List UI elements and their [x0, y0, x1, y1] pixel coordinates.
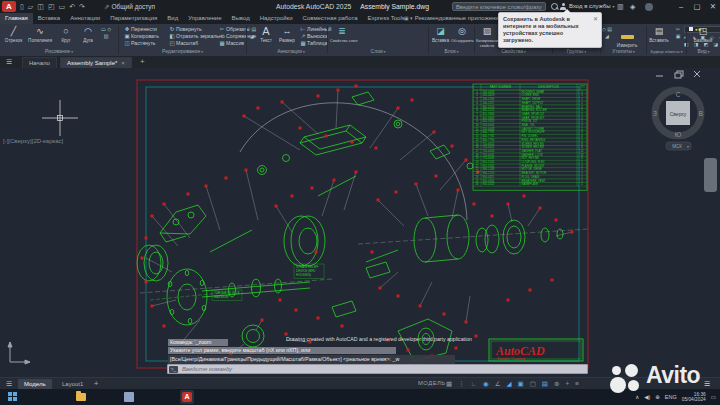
leader-button[interactable]: ↗Выноска — [299, 33, 328, 40]
community-icon[interactable]: ◈ — [630, 0, 635, 13]
measure-button[interactable]: Измерить — [613, 25, 641, 48]
text-button[interactable]: A Текст — [256, 25, 276, 48]
qat-icon[interactable]: ↷ — [79, 0, 85, 13]
insert-block-button[interactable]: ◪ Вставка — [430, 25, 451, 48]
autocad-taskbar-icon[interactable]: A — [180, 390, 194, 404]
ucs-label[interactable]: МСК — [672, 144, 682, 149]
command-icon[interactable]: >_ — [169, 366, 178, 373]
panel-label-block[interactable]: Блок — [429, 47, 474, 56]
status-toggle-icon[interactable]: ⋮ — [458, 378, 465, 389]
base-view-button[interactable]: ◳ Базовый — [690, 25, 716, 48]
drawing-window-controls[interactable] — [656, 71, 700, 78]
viewcube-face[interactable]: Сверху — [670, 111, 687, 117]
qat-icon[interactable]: ◫ — [37, 0, 44, 13]
file-tab-assembly[interactable]: Assembly Sample*× — [60, 57, 132, 68]
ribbon-tab[interactable]: Надстройки — [255, 13, 298, 24]
ribbon-tab[interactable]: Вид — [162, 13, 183, 24]
array-button[interactable]: ▦Массив — [218, 40, 244, 47]
drawing-canvas[interactable]: С В Ю З Сверху МСК ▾ — [0, 68, 720, 377]
viewcube-east[interactable]: В — [699, 110, 703, 117]
language-indicator[interactable]: ENG — [665, 394, 677, 400]
panel-label-groups[interactable]: Группы — [553, 47, 600, 56]
mirror-button[interactable]: ◧Отразить зеркально — [168, 33, 225, 40]
qat-icon[interactable]: ◰ — [48, 0, 55, 13]
status-toggle-icon[interactable]: ◢ — [507, 378, 512, 389]
start-button[interactable] — [8, 392, 18, 402]
viewport-controls[interactable]: [-][Сверху][2D-каркас] — [3, 138, 63, 144]
clipboard-mini-icons[interactable]: ✂ ▣ — [673, 26, 683, 40]
ribbon-tab[interactable]: Рекомендованные приложения — [410, 13, 507, 24]
rotate-button[interactable]: ↻Повернуть — [168, 26, 202, 33]
close-tab-icon[interactable]: × — [121, 60, 125, 66]
circle-button[interactable]: ○ Круг — [56, 25, 76, 48]
match-properties-button[interactable]: ▨ Копирование свойств — [476, 25, 498, 48]
network-icon[interactable]: ⊕ — [655, 394, 660, 400]
layout-tab-layout1[interactable]: Layout1 — [56, 379, 89, 389]
tray-expand-icon[interactable]: ∧ — [635, 394, 639, 400]
ribbon-tab[interactable]: Управление — [183, 13, 226, 24]
maximize-button[interactable]: ▢ — [690, 0, 704, 13]
new-tab-icon[interactable]: + — [140, 56, 145, 68]
file-tabs-menu-icon[interactable]: ☰ — [6, 56, 12, 68]
status-toggle-icon[interactable]: ∟ — [471, 378, 477, 389]
share-button[interactable]: Общий доступ — [104, 0, 155, 13]
ribbon-tab[interactable]: Главная — [0, 13, 33, 24]
avatar[interactable] — [645, 3, 653, 11]
arc-button[interactable]: ◠ Дуга — [78, 25, 98, 48]
search-input[interactable]: Введите ключевое слово/фразу — [452, 2, 546, 11]
polyline-button[interactable]: ∿ Полилиния — [26, 25, 54, 48]
clock[interactable]: 16:3605/04/2024 — [682, 392, 706, 403]
status-toggle-icon[interactable]: ▤ — [542, 378, 548, 389]
status-toggle-icon[interactable]: ▣ — [518, 378, 524, 389]
ribbon-tab[interactable]: Параметризация — [105, 13, 162, 24]
app-icon[interactable] — [124, 392, 134, 402]
ribbon-tab[interactable]: Вывод — [227, 13, 255, 24]
paste-button[interactable]: ▤ Вставить — [648, 25, 670, 48]
volume-icon[interactable]: ◀) — [644, 394, 650, 400]
panel-label-edit[interactable]: Редактирование — [119, 47, 246, 56]
viewcube-west[interactable]: З — [653, 110, 657, 117]
layout-menu-icon[interactable]: ☰ — [6, 378, 12, 389]
detect-button[interactable]: ◎ Обнаружить — [451, 25, 473, 48]
qat-icon[interactable]: ▭ — [59, 0, 66, 13]
navigation-bar-handle[interactable] — [704, 158, 717, 192]
line-button[interactable]: ╱ Отрезок — [2, 25, 25, 48]
qat-icon[interactable]: ↶ — [69, 0, 75, 13]
command-prompt[interactable]: Введите команду — [182, 365, 232, 374]
status-toggle-icon[interactable]: ◉ — [483, 378, 489, 389]
panel-label-utilities[interactable]: Утилиты — [601, 47, 646, 56]
panel-label-view[interactable]: Вид — [687, 47, 720, 56]
qat-icon[interactable]: ▯ — [20, 0, 24, 13]
panel-label-properties[interactable]: Свойства — [475, 47, 552, 56]
notification-icon[interactable]: ▭ — [711, 394, 716, 400]
dimension-button[interactable]: ↔ Размер — [277, 25, 297, 48]
status-toggle-icon[interactable]: ⊕ — [554, 378, 559, 389]
status-burger-icon[interactable]: ☰ — [704, 378, 710, 389]
panel-label-annotation[interactable]: Аннотации — [255, 47, 327, 56]
new-layout-icon[interactable]: + — [94, 378, 98, 389]
utilities-mini-icons[interactable]: ◇ ▤ ◢ — [602, 26, 612, 40]
close-button[interactable]: ✕ — [706, 0, 720, 13]
cart-icon[interactable]: ▥ — [617, 0, 624, 13]
trim-button[interactable]: ✂Обрезать — [218, 26, 249, 33]
layer-properties-button[interactable]: ≣ Свойства слоя — [330, 25, 354, 48]
draw-mini-icons[interactable]: ▭ ◇ ▨ — [101, 26, 111, 40]
viewcube-south[interactable]: Ю — [675, 131, 682, 138]
panel-label-layers[interactable]: Слои — [328, 47, 428, 56]
ribbon-tab[interactable]: Совместная работа — [298, 13, 363, 24]
file-explorer-icon[interactable] — [76, 393, 86, 401]
panel-label-draw[interactable]: Рисование — [0, 47, 118, 56]
qat-icon[interactable]: ▱ — [28, 0, 33, 13]
ribbon-tab[interactable]: Аннотации — [65, 13, 105, 24]
layout-tab-model[interactable]: Модель — [18, 379, 52, 389]
status-toggle-icon[interactable]: ≡ — [575, 378, 579, 389]
space-indicator[interactable]: МОДЕЛЬ — [418, 378, 446, 389]
status-toggle-icon[interactable]: ▢ — [530, 378, 536, 389]
command-input-bar[interactable]: >_ Введите команду — [167, 364, 588, 374]
file-tab-start[interactable]: Начало — [22, 57, 57, 68]
viewcube-north[interactable]: С — [676, 91, 681, 98]
move-button[interactable]: ✥Перенести — [123, 26, 157, 33]
stretch-button[interactable]: ◫Растянуть — [123, 40, 156, 47]
copy-button[interactable]: ▣Копировать — [123, 33, 159, 40]
status-toggle-icon[interactable]: ∠ — [495, 378, 501, 389]
